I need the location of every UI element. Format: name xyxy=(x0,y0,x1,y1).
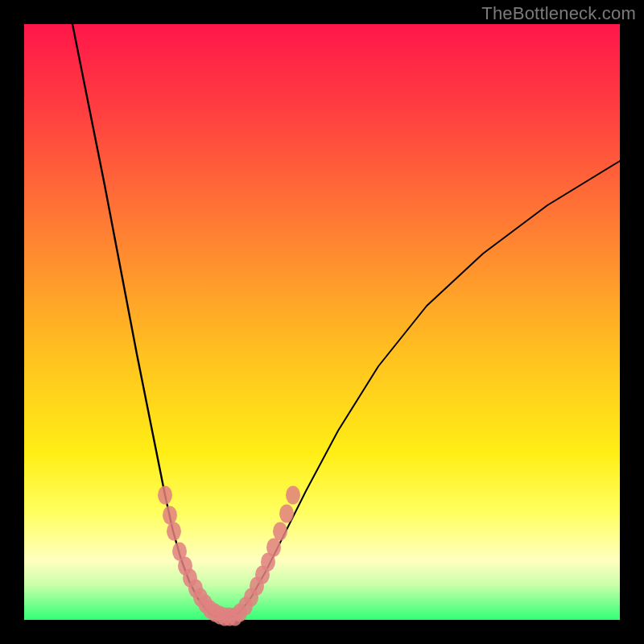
curve-segment xyxy=(72,24,216,617)
bead-point xyxy=(286,486,300,505)
plot-area xyxy=(24,24,620,620)
bead-point xyxy=(279,505,294,523)
bead-point xyxy=(273,522,287,541)
bead-point xyxy=(158,486,172,505)
bead-point xyxy=(266,539,281,557)
curve-segment xyxy=(233,161,620,617)
chart-svg xyxy=(24,24,620,620)
bead-point xyxy=(163,506,177,525)
watermark-text: TheBottleneck.com xyxy=(481,3,636,24)
chart-frame: TheBottleneck.com xyxy=(0,0,644,644)
bead-point xyxy=(167,522,181,541)
curve-lines xyxy=(72,24,620,617)
bead-markers xyxy=(158,486,300,626)
